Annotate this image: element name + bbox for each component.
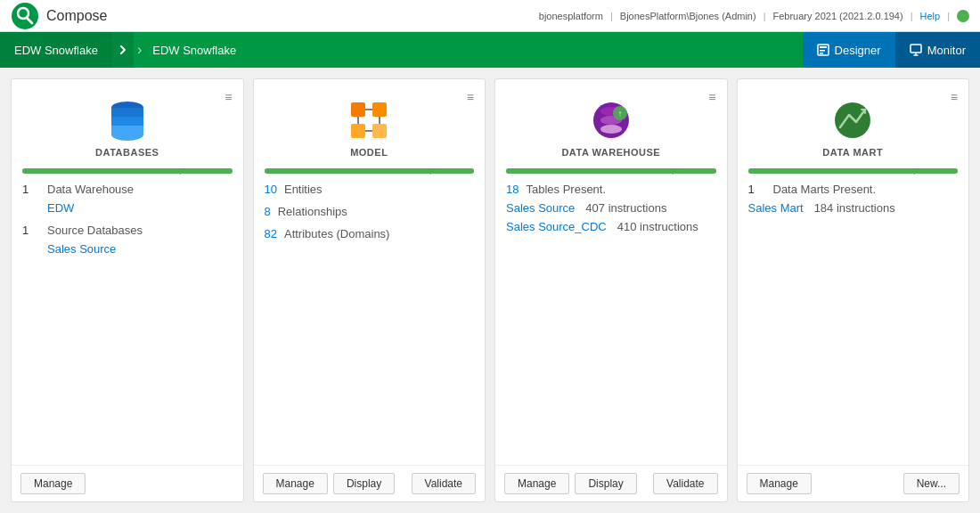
model-relationships-link[interactable]: 8 [265, 205, 271, 218]
topbar: Compose bjonesplatform | BjonesP​latform… [0, 0, 980, 32]
datawarehouse-menu-icon[interactable]: ≡ [708, 90, 715, 104]
svg-point-16 [111, 128, 143, 141]
model-entities-link[interactable]: 10 [265, 183, 277, 196]
datawarehouse-progress: ✓ [506, 168, 716, 174]
dw-sales-source-cdc-instructions: 410 instructions [617, 220, 698, 233]
datamart-sales-mart-instructions: 184 instructions [814, 201, 895, 215]
databases-check-icon: ✓ [177, 165, 187, 178]
datamart-count: 1 [748, 183, 766, 196]
datamart-title: DATA MART [822, 147, 883, 158]
databases-card-footer: Manage [12, 465, 243, 501]
datamart-icon-area: ≡ DATA MART [748, 90, 959, 161]
dw-sales-source-link[interactable]: Sales Source [506, 201, 575, 215]
breadcrumb-text: EDW Snowflake [145, 44, 243, 57]
help-link[interactable]: Help [920, 11, 941, 21]
datamart-card-body: ≡ DATA MART ✓ 1 Data Marts Present. [738, 79, 969, 465]
model-validate-button[interactable]: Validate [412, 473, 476, 494]
model-attributes-section: 82 Attributes (Domains) [265, 227, 475, 240]
databases-manage-button[interactable]: Manage [20, 473, 86, 494]
svg-rect-20 [372, 124, 387, 138]
datawarehouse-icon: ↑ [588, 97, 634, 143]
qlik-logo-icon [11, 2, 39, 30]
datamart-manage-button[interactable]: Manage [747, 473, 812, 494]
model-menu-icon[interactable]: ≡ [467, 90, 474, 104]
databases-icon-area: ≡ DATABASES [22, 90, 233, 161]
dw-tables-count-link[interactable]: 18 [506, 183, 519, 196]
dw-sales-source-instructions: 407 instructions [585, 201, 666, 215]
databases-src-row: 1 Source Databases [22, 224, 233, 237]
model-relationships-label: Relationships [278, 205, 347, 218]
datamart-card: ≡ DATA MART ✓ 1 Data Marts Present. [737, 78, 970, 502]
datamart-progress-fill [748, 168, 959, 174]
navbar-item-label: EDW Snowflake [14, 44, 98, 57]
main-content: ≡ DATABASES ✓ 1 Data Wa [0, 68, 980, 513]
model-progress-fill [265, 168, 475, 174]
databases-menu-icon[interactable]: ≡ [225, 90, 232, 104]
svg-point-31 [835, 102, 870, 138]
date-info: February 2021 (2021.2.0.194) [773, 11, 903, 21]
designer-icon [817, 44, 829, 56]
datawarehouse-card-body: ≡ ↑ DATA WAREHOUSE ✓ 18 Tables Pres [495, 79, 727, 465]
navbar: EDW Snowflake › EDW Snowflake Designer M… [0, 32, 980, 68]
datamart-marts-section: 1 Data Marts Present. Sales Mart 184 ins… [748, 183, 959, 215]
databases-dw-count: 1 [22, 183, 40, 196]
datamart-label: Data Marts Present. [773, 183, 877, 196]
dw-btn-left: Manage Display [504, 473, 637, 494]
databases-progress-fill [22, 168, 233, 174]
databases-btn-left: Manage [20, 473, 86, 494]
model-entities-section: 10 Entities [265, 183, 475, 196]
databases-icon [104, 97, 151, 143]
model-icon-area: ≡ MODEL [265, 90, 475, 161]
svg-point-0 [12, 3, 38, 29]
svg-rect-19 [351, 124, 365, 138]
breadcrumb-separator: › [134, 42, 145, 58]
model-icon [346, 97, 392, 143]
datamart-progress: ✓ [748, 168, 959, 174]
navbar-item-edw[interactable]: EDW Snowflake [0, 32, 112, 68]
topbar-right: bjonesplatform | BjonesP​latform\Bjones … [539, 10, 969, 22]
svg-rect-17 [351, 102, 365, 117]
edw-link[interactable]: EDW [47, 201, 74, 215]
databases-card: ≡ DATABASES ✓ 1 Data Wa [11, 78, 244, 502]
user-info: bjonesplatform [539, 11, 603, 21]
dw-display-button[interactable]: Display [575, 473, 636, 494]
datamart-btn-left: Manage [747, 473, 812, 494]
datamart-card-footer: Manage New... [738, 465, 969, 501]
model-title: MODEL [350, 147, 388, 158]
databases-title: DATABASES [95, 147, 159, 158]
dw-manage-button[interactable]: Manage [504, 473, 569, 494]
nav-actions: Designer Monitor [803, 32, 980, 68]
svg-rect-6 [820, 53, 823, 54]
designer-button[interactable]: Designer [803, 32, 895, 68]
sales-source-link[interactable]: Sales Source [47, 242, 116, 256]
model-btn-right: Validate [412, 473, 476, 494]
svg-text:↑: ↑ [617, 109, 622, 118]
datawarehouse-progress-fill [506, 168, 716, 174]
dw-sales-source-cdc-link[interactable]: Sales Source_CDC [506, 220, 607, 233]
datamart-btn-right: New... [903, 473, 960, 494]
platform-info: BjonesP​latform\Bjones (Admin) [620, 11, 756, 21]
model-attributes-label: Attributes (Domains) [284, 227, 389, 240]
topbar-left: Compose [11, 2, 107, 30]
datamart-sales-mart-link[interactable]: Sales Mart [748, 201, 804, 215]
model-manage-button[interactable]: Manage [263, 473, 328, 494]
monitor-button[interactable]: Monitor [895, 32, 980, 68]
model-btn-left: Manage Display [263, 473, 396, 494]
datamart-menu-icon[interactable]: ≡ [951, 90, 958, 104]
datawarehouse-card-footer: Manage Display Validate [495, 465, 727, 501]
navbar-chevron-icon[interactable] [112, 32, 134, 68]
datawarehouse-icon-area: ≡ ↑ DATA WAREHOUSE [506, 90, 716, 161]
datamart-source-rows: Sales Mart 184 instructions [748, 201, 959, 215]
databases-section-2: 1 Source Databases Sales Source [22, 224, 233, 256]
datamart-new-button[interactable]: New... [903, 473, 960, 494]
model-card-footer: Manage Display Validate [254, 465, 486, 501]
model-card-body: ≡ MODEL ✓ 10 [254, 79, 486, 465]
monitor-icon [910, 44, 922, 56]
model-attributes-link[interactable]: 82 [265, 227, 277, 240]
model-entities-label: Entities [284, 183, 323, 196]
datawarehouse-card: ≡ ↑ DATA WAREHOUSE ✓ 18 Tables Pres [494, 78, 728, 502]
dw-validate-button[interactable]: Validate [653, 473, 717, 494]
model-display-button[interactable]: Display [333, 473, 395, 494]
databases-dw-label: Data Warehouse [47, 183, 134, 196]
databases-card-body: ≡ DATABASES ✓ 1 Data Wa [12, 79, 243, 465]
